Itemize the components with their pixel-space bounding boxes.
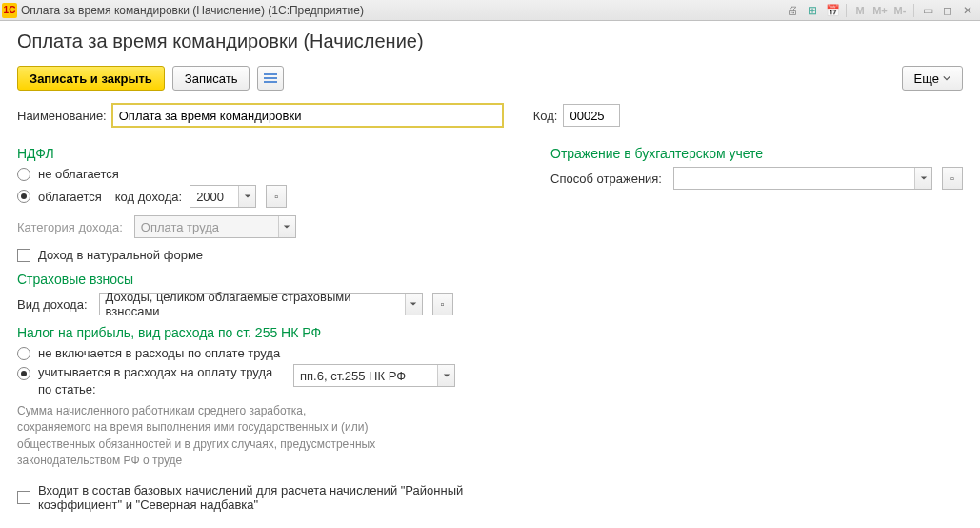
memory-m-icon[interactable]: M (851, 2, 869, 19)
separator (913, 4, 914, 17)
income-kind-value: Доходы, целиком облагаемые страховыми вз… (100, 290, 405, 318)
calc-icon[interactable]: ⊞ (804, 2, 821, 19)
chevron-down-icon[interactable] (914, 168, 931, 189)
chevron-down-icon[interactable] (437, 365, 454, 386)
window-titlebar: 1C Оплата за время командировки (Начисле… (0, 0, 980, 21)
income-category-value: Оплата труда (135, 220, 278, 234)
calendar-icon[interactable]: 📅 (824, 2, 841, 19)
ndfl-taxed-label: облагается (38, 190, 102, 204)
profit-not-included-label: не включается в расходы по оплате труда (38, 346, 280, 360)
income-kind-label: Вид дохода: (17, 297, 88, 312)
save-button[interactable]: Записать (172, 66, 250, 91)
ndfl-section-title: НДФЛ (17, 146, 512, 161)
income-code-open-button[interactable]: ▫ (266, 185, 287, 208)
accounting-method-combo[interactable] (673, 167, 932, 190)
profit-included-label: учитывается в расходах на оплату труда п… (38, 364, 286, 397)
income-kind-open-button[interactable]: ▫ (432, 293, 453, 315)
income-code-value: 2000 (190, 190, 238, 204)
list-icon (264, 71, 277, 85)
chevron-down-icon[interactable] (405, 294, 422, 315)
ndfl-not-taxed-label: не облагается (38, 167, 119, 181)
profit-not-included-radio[interactable] (17, 347, 30, 360)
insurance-section-title: Страховые взносы (17, 272, 512, 287)
chevron-down-icon (943, 74, 950, 82)
name-input[interactable] (112, 104, 503, 127)
income-code-label: код дохода: (115, 190, 182, 204)
profit-included-radio[interactable] (17, 367, 30, 380)
app-logo-icon: 1C (2, 3, 17, 18)
ndfl-not-taxed-radio[interactable] (17, 168, 30, 181)
close-icon[interactable]: ✕ (959, 2, 976, 19)
base-included-label: Входит в состав базовых начислений для р… (38, 483, 512, 512)
income-category-combo: Оплата труда (134, 215, 296, 238)
natural-form-label: Доход в натуральной форме (38, 248, 203, 262)
income-category-label: Категория дохода: (17, 220, 123, 234)
more-label: Еще (914, 71, 939, 86)
save-and-close-button[interactable]: Записать и закрыть (17, 66, 165, 91)
income-kind-combo[interactable]: Доходы, целиком облагаемые страховыми вз… (99, 293, 423, 315)
base-included-checkbox[interactable] (17, 491, 30, 504)
memory-mminus-icon[interactable]: M- (891, 2, 909, 19)
chevron-down-icon (278, 216, 295, 237)
print-icon[interactable]: 🖨 (784, 2, 801, 19)
page-title: Оплата за время командировки (Начисление… (17, 30, 963, 52)
maximize-icon[interactable]: ◻ (939, 2, 956, 19)
code-label: Код: (533, 109, 558, 123)
natural-form-checkbox[interactable] (17, 249, 30, 262)
chevron-down-icon[interactable] (238, 186, 255, 207)
more-button[interactable]: Еще (902, 66, 963, 91)
list-details-button[interactable] (257, 66, 284, 91)
ndfl-taxed-radio[interactable] (17, 190, 30, 203)
code-input[interactable] (563, 104, 620, 127)
profit-article-value: пп.6, ст.255 НК РФ (294, 369, 437, 383)
memory-mplus-icon[interactable]: M+ (871, 2, 889, 19)
accounting-method-open-button[interactable]: ▫ (942, 167, 963, 190)
minimize-icon[interactable]: ▭ (919, 2, 936, 19)
name-label: Наименование: (17, 109, 107, 123)
window-title: Оплата за время командировки (Начисление… (21, 4, 784, 17)
profit-article-combo[interactable]: пп.6, ст.255 НК РФ (293, 364, 455, 387)
profit-help-text: Сумма начисленного работникам среднего з… (17, 403, 379, 470)
separator (846, 4, 847, 17)
accounting-section-title: Отражение в бухгалтерском учете (550, 146, 963, 161)
accounting-method-label: Способ отражения: (550, 172, 662, 186)
income-code-combo[interactable]: 2000 (190, 185, 256, 208)
profit-tax-section-title: Налог на прибыль, вид расхода по ст. 255… (17, 325, 512, 340)
